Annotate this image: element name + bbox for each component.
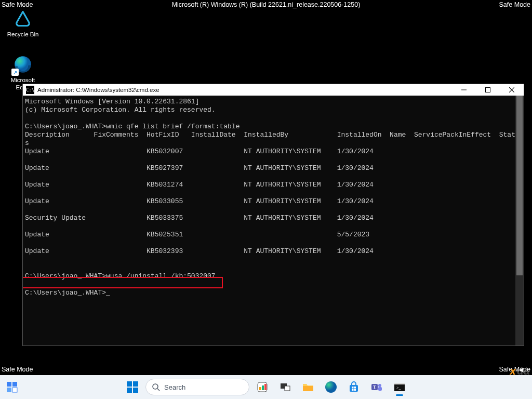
edge-glyph: ↗ [12, 54, 33, 75]
svg-rect-11 [127, 388, 132, 393]
svg-rect-16 [259, 387, 261, 390]
cmd-window: C:\ Administrator: C:\Windows\system32\c… [22, 84, 524, 346]
svg-rect-17 [262, 385, 264, 390]
taskbar-app-1[interactable] [252, 377, 272, 397]
svg-point-30 [378, 384, 381, 387]
svg-rect-21 [303, 386, 313, 391]
svg-rect-25 [354, 387, 356, 389]
safe-mode-label-tl: Safe Mode [2, 1, 33, 8]
svg-rect-24 [352, 387, 354, 389]
teams-button[interactable]: T [367, 377, 387, 397]
task-view-button[interactable] [275, 377, 295, 397]
safe-mode-label-bl: Safe Mode [2, 366, 33, 373]
maximize-button[interactable] [476, 84, 500, 96]
cmd-taskbar-button[interactable]: >_ [390, 377, 409, 397]
search-icon [152, 383, 160, 391]
svg-rect-26 [352, 389, 354, 391]
svg-rect-31 [378, 387, 382, 391]
recycle-bin-label: Recycle Bin [4, 31, 42, 38]
svg-line-14 [157, 389, 159, 391]
window-title: Administrator: C:\Windows\system32\cmd.e… [37, 87, 159, 93]
svg-rect-2 [486, 88, 490, 92]
svg-rect-5 [7, 382, 11, 387]
svg-point-22 [325, 381, 337, 393]
svg-rect-9 [127, 381, 132, 387]
build-info: Microsoft (R) Windows (R) (Build 22621.n… [172, 1, 361, 8]
titlebar[interactable]: C:\ Administrator: C:\Windows\system32\c… [23, 84, 524, 96]
svg-text:T: T [373, 384, 376, 390]
svg-rect-18 [264, 384, 267, 390]
shortcut-arrow-icon: ↗ [11, 69, 19, 76]
taskbar: Search T >_ [0, 375, 532, 399]
svg-rect-12 [133, 388, 138, 393]
recycle-bin-icon[interactable]: Recycle Bin [4, 8, 42, 38]
svg-rect-23 [350, 385, 358, 392]
svg-rect-33 [394, 383, 405, 384]
terminal-output[interactable]: Microsoft Windows [Version 10.0.22631.28… [23, 96, 524, 345]
store-button[interactable] [344, 377, 364, 397]
safe-mode-label-tr: Safe Mode [499, 1, 530, 8]
taskbar-search[interactable]: Search [145, 379, 249, 395]
cmd-title-icon: C:\ [26, 86, 34, 94]
terminal-scrollbar[interactable] [515, 96, 524, 345]
svg-rect-20 [285, 386, 290, 391]
svg-rect-10 [133, 381, 138, 387]
svg-rect-8 [12, 388, 17, 392]
edge-taskbar-button[interactable] [321, 377, 341, 397]
search-placeholder: Search [164, 383, 185, 391]
widgets-button[interactable] [0, 375, 24, 399]
mouse-pointer-icon: ➤ [518, 366, 525, 374]
svg-text:>_: >_ [396, 385, 402, 390]
svg-rect-7 [7, 388, 11, 392]
file-explorer-button[interactable] [298, 377, 318, 397]
minimize-button[interactable] [452, 84, 476, 96]
start-button[interactable] [123, 377, 142, 397]
svg-rect-27 [354, 389, 356, 391]
close-button[interactable] [500, 84, 524, 96]
svg-point-13 [153, 384, 158, 389]
recycle-bin-glyph [12, 8, 33, 29]
svg-rect-6 [12, 382, 17, 387]
command-highlight [23, 277, 223, 288]
